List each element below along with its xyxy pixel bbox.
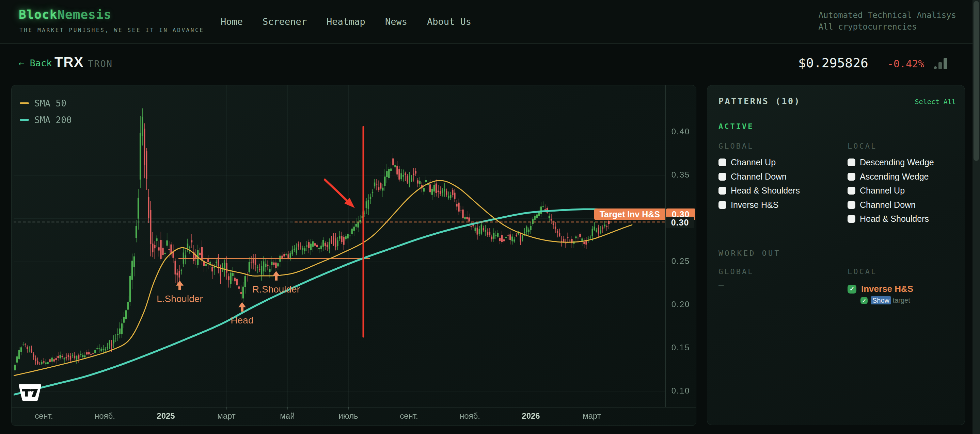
header: BlockNemesis THE MARKET PUNISHES, WE SEE… [0, 0, 980, 44]
tradingview-logo-icon[interactable] [17, 384, 42, 401]
main-nav: HomeScreenerHeatmapNewsAbout Us [221, 0, 471, 43]
y-axis-label: 0.40 [666, 127, 695, 137]
nav-item[interactable]: About Us [427, 16, 471, 27]
active-global-heading: GLOBAL [719, 142, 754, 150]
select-all-button[interactable]: Select All [915, 98, 956, 106]
pattern-checkbox-row[interactable]: Channel Up [848, 184, 934, 198]
show-target-row[interactable]: Show target [861, 296, 910, 304]
tagline: THE MARKET PUNISHES, WE SEE IT IN ADVANC… [19, 27, 204, 33]
scrollbar[interactable] [972, 0, 980, 434]
x-axis-label: сент. [20, 411, 68, 421]
back-button[interactable]: ← Back [19, 58, 52, 68]
target-inv-hs-label: Target Inv H&S [594, 209, 665, 220]
x-axis-label: сент. [385, 411, 433, 421]
pattern-checkbox-row[interactable]: Head & Shoulders [719, 184, 800, 198]
worked-out-heading: WORKED OUT [719, 249, 780, 258]
pattern-checkbox-row[interactable]: Ascending Wedge [848, 170, 934, 184]
symbol-ticker: TRX [54, 54, 84, 70]
checkbox-unchecked[interactable] [719, 187, 726, 195]
legend-row-sma200: SMA 200 [20, 112, 72, 128]
pattern-checkbox-row[interactable]: Head & Shoulders [848, 212, 934, 226]
pattern-label: Channel Up [860, 186, 905, 196]
x-axis-label: июль [325, 411, 372, 421]
pattern-checkbox-row[interactable]: Inverse H&S [719, 198, 800, 212]
patterns-panel: PATTERNS (10) Select All ACTIVE GLOBAL L… [707, 85, 965, 425]
header-info: Automated Technical Analisys All cryptoc… [818, 10, 956, 33]
sma50-swatch [20, 102, 29, 104]
checkbox-unchecked[interactable] [719, 173, 726, 181]
nav-item[interactable]: Heatmap [326, 16, 365, 27]
x-axis-label: 2025 [142, 411, 190, 421]
column-divider [838, 265, 838, 306]
checkbox-unchecked[interactable] [719, 158, 726, 166]
current-price: $0.295826 [798, 55, 868, 70]
chart-card: SMA 50 SMA 200 0.400.350.300.250.200.150… [11, 85, 696, 426]
checkbox-unchecked[interactable] [848, 201, 855, 209]
worked-local-heading: LOCAL [848, 267, 877, 276]
pattern-checkbox-row[interactable]: Channel Down [719, 170, 800, 184]
pattern-label: Channel Up [731, 157, 776, 167]
checkbox-unchecked[interactable] [848, 215, 855, 223]
patterns-title: PATTERNS (10) [719, 96, 800, 106]
pattern-label: Head & Shoulders [731, 186, 800, 196]
chart-legend: SMA 50 SMA 200 [20, 95, 72, 128]
logo[interactable]: BlockNemesis [19, 8, 111, 21]
pattern-label: Head & Shoulders [860, 214, 929, 224]
logo-primary: Block [19, 8, 57, 21]
page: BlockNemesis THE MARKET PUNISHES, WE SEE… [0, 0, 980, 434]
nav-item[interactable]: News [385, 16, 407, 27]
x-axis-label: май [264, 411, 311, 421]
pattern-label: Ascending Wedge [860, 172, 929, 182]
pattern-annotation-label: R.Shoulder [235, 284, 317, 295]
x-axis-label: 2026 [507, 411, 555, 421]
legend-label: SMA 50 [34, 98, 67, 109]
header-info-line1: Automated Technical Analisys [818, 10, 956, 21]
price-change: -0.42% [888, 58, 924, 70]
active-section-heading: ACTIVE [719, 122, 754, 131]
legend-label: SMA 200 [34, 115, 72, 125]
pattern-checkbox-row[interactable]: Channel Down [848, 198, 934, 212]
section-divider [718, 237, 954, 237]
x-axis-label: нояб. [81, 411, 129, 421]
candlestick-chart[interactable] [11, 86, 696, 426]
active-local-heading: LOCAL [848, 142, 877, 150]
y-axis-label: 0.25 [666, 257, 695, 267]
legend-row-sma50: SMA 50 [20, 95, 72, 112]
checkbox-unchecked[interactable] [848, 187, 855, 195]
pattern-label: Channel Down [731, 172, 787, 182]
y-axis-label: 0.10 [666, 386, 695, 396]
checkbox-checked[interactable] [848, 285, 856, 293]
nav-item[interactable]: Home [221, 16, 243, 27]
x-axis-label: март [203, 411, 250, 421]
y-axis-label: 0.20 [666, 299, 695, 310]
worked-global-empty: — [719, 280, 724, 290]
scrollbar-thumb[interactable] [974, 1, 979, 161]
checkbox-unchecked[interactable] [848, 173, 855, 181]
show-target-selected-text: Show [871, 296, 891, 304]
sma200-swatch [20, 119, 29, 121]
y-axis-label: 0.35 [666, 170, 695, 180]
pattern-label: Descending Wedge [860, 157, 934, 167]
active-global-list: Channel Up Channel Down Head & Shoulders… [719, 155, 800, 212]
pattern-annotation-label: L.Shoulder [139, 293, 221, 304]
pattern-checkbox-row[interactable]: Descending Wedge [848, 155, 934, 170]
current-price-badge: 0.30 [666, 217, 694, 228]
x-axis-label: нояб. [446, 411, 494, 421]
header-info-line2: All cryptocurrencies [818, 21, 956, 33]
column-divider [838, 141, 838, 223]
worked-global-heading: GLOBAL [719, 267, 754, 276]
mini-chart-icon [933, 57, 951, 70]
y-axis-label: 0.15 [666, 343, 695, 353]
checkbox-checked[interactable] [861, 297, 868, 304]
show-target-rest-text: target [891, 296, 910, 304]
pattern-annotation-label: Head [201, 315, 283, 326]
worked-inverse-hs-row[interactable]: Inverse H&S [848, 284, 913, 294]
pattern-checkbox-row[interactable]: Channel Up [719, 155, 800, 170]
pattern-label: Inverse H&S [731, 200, 778, 210]
logo-secondary: Nemesis [57, 8, 111, 21]
checkbox-unchecked[interactable] [719, 201, 726, 209]
nav-item[interactable]: Screener [262, 16, 307, 27]
active-local-list: Descending Wedge Ascending Wedge Channel… [848, 155, 934, 226]
symbol-name: TRON [88, 59, 113, 69]
checkbox-unchecked[interactable] [848, 158, 855, 166]
